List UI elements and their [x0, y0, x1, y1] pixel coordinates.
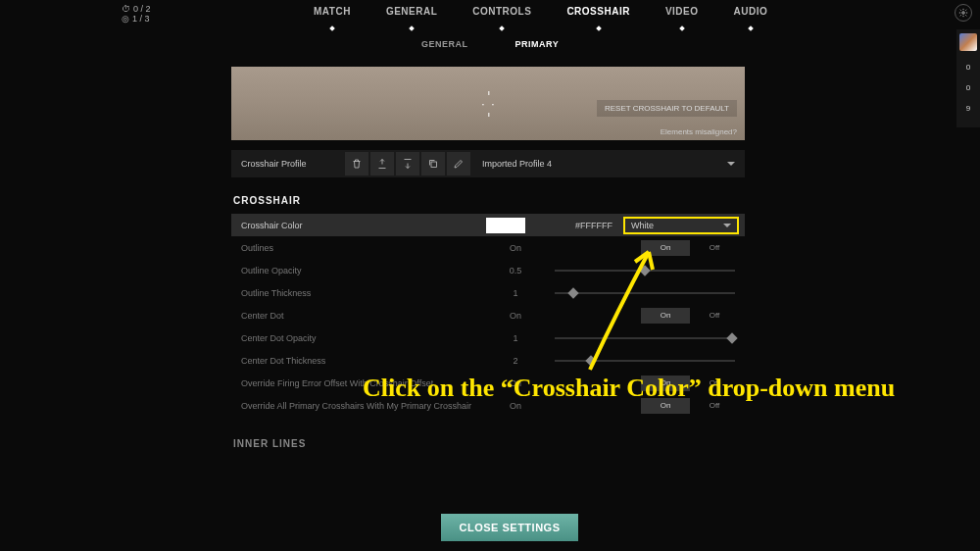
- sidebar-val-1: 0: [966, 63, 970, 72]
- avatar[interactable]: [959, 33, 977, 51]
- profile-select[interactable]: Imported Profile 4: [472, 159, 745, 169]
- outline-thickness-row: Outline Thickness 1: [231, 281, 745, 304]
- center-dot-thickness-slider[interactable]: [555, 360, 735, 362]
- sidebar-val-2: 0: [966, 83, 970, 92]
- crosshair-preview-area: · · RESET CROSSHAIR TO DEFAULT Elements …: [231, 67, 745, 140]
- settings-panel: · · RESET CROSSHAIR TO DEFAULT Elements …: [231, 67, 745, 457]
- tab-match[interactable]: MATCH: [314, 6, 351, 23]
- svg-point-0: [962, 12, 965, 15]
- crosshair-color-dropdown[interactable]: White: [623, 217, 739, 234]
- override-firing-error-toggle[interactable]: OnOff: [641, 376, 739, 391]
- subtab-general[interactable]: GENERAL: [421, 39, 468, 49]
- gear-icon: [958, 8, 968, 18]
- import-icon: [402, 158, 414, 170]
- crosshair-color-label: Crosshair Color: [231, 221, 486, 230]
- copy-icon: [427, 158, 439, 170]
- close-settings-button[interactable]: CLOSE SETTINGS: [441, 514, 578, 541]
- chevron-down-icon: [723, 224, 731, 227]
- tab-video[interactable]: VIDEO: [665, 6, 699, 23]
- center-dot-opacity-slider[interactable]: [555, 337, 735, 339]
- center-dot-opacity-row: Center Dot Opacity 1: [231, 326, 745, 349]
- outline-thickness-slider[interactable]: [555, 292, 735, 294]
- section-inner-lines-title: INNER LINES: [231, 438, 745, 449]
- edit-profile-button[interactable]: [447, 152, 470, 175]
- profile-label: Crosshair Profile: [231, 159, 345, 169]
- sub-nav: GENERAL PRIMARY: [421, 39, 559, 49]
- outline-opacity-row: Outline Opacity 0.5: [231, 259, 745, 281]
- export-icon: [376, 158, 388, 170]
- center-dot-thickness-row: Center Dot Thickness 2: [231, 349, 745, 372]
- export-profile-button[interactable]: [370, 152, 394, 175]
- tab-general[interactable]: GENERAL: [386, 6, 437, 23]
- center-dot-row: Center Dot On OnOff: [231, 304, 745, 326]
- settings-gear-button[interactable]: [955, 4, 972, 22]
- sidebar-val-3: 9: [966, 104, 970, 113]
- misaligned-link[interactable]: Elements misaligned?: [661, 127, 737, 136]
- crosshair-profile-row: Crosshair Profile Imported Profile 4: [231, 150, 745, 177]
- color-hex: #FFFFFF: [564, 221, 623, 230]
- main-nav: MATCH GENERAL CONTROLS CROSSHAIR VIDEO A…: [314, 6, 767, 23]
- subtab-primary[interactable]: PRIMARY: [515, 39, 560, 49]
- tab-crosshair[interactable]: CROSSHAIR: [566, 6, 630, 23]
- crosshair-icon: · ·: [481, 97, 494, 111]
- right-sidebar: 0 0 9: [956, 29, 980, 127]
- center-dot-toggle[interactable]: OnOff: [641, 308, 739, 324]
- outline-opacity-slider[interactable]: [555, 270, 735, 272]
- svg-rect-1: [431, 162, 437, 168]
- duplicate-profile-button[interactable]: [421, 152, 445, 175]
- tab-audio[interactable]: AUDIO: [734, 6, 768, 23]
- reset-crosshair-button[interactable]: RESET CROSSHAIR TO DEFAULT: [597, 100, 737, 117]
- pencil-icon: [453, 158, 465, 170]
- outlines-toggle[interactable]: OnOff: [641, 240, 739, 256]
- section-crosshair-title: CROSSHAIR: [231, 195, 745, 206]
- override-all-toggle[interactable]: OnOff: [641, 398, 739, 414]
- match-score: ⏱ 0 / 2 ◎ 1 / 3: [122, 4, 151, 24]
- top-bar: ⏱ 0 / 2 ◎ 1 / 3 MATCH GENERAL CONTROLS C…: [0, 0, 980, 25]
- import-profile-button[interactable]: [396, 152, 419, 175]
- outlines-row: Outlines On OnOff: [231, 236, 745, 259]
- override-all-row: Override All Primary Crosshairs With My …: [231, 394, 745, 417]
- chevron-down-icon: [727, 162, 735, 166]
- trash-icon: [351, 158, 363, 170]
- delete-profile-button[interactable]: [345, 152, 368, 175]
- crosshair-color-row: Crosshair Color #FFFFFF White: [231, 214, 745, 236]
- color-swatch[interactable]: [486, 218, 525, 233]
- tab-controls[interactable]: CONTROLS: [472, 6, 531, 23]
- override-firing-error-row: Override Firing Error Offset With Crossh…: [231, 372, 745, 394]
